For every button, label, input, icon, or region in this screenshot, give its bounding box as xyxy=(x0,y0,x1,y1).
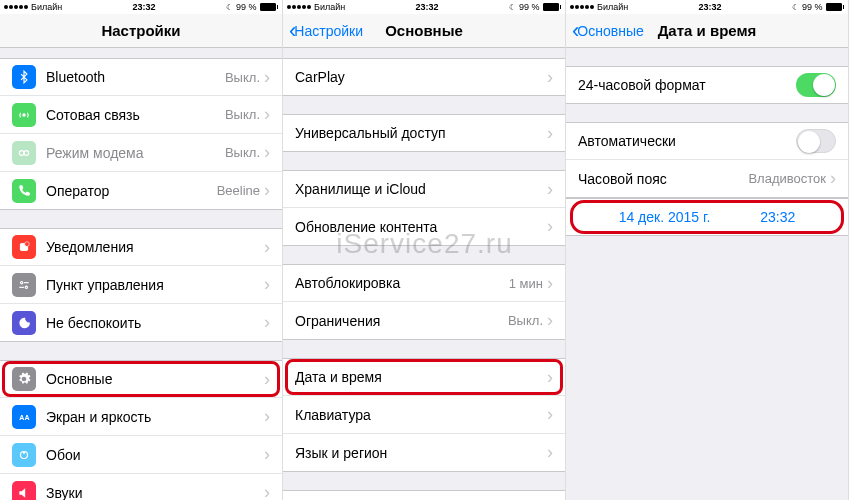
row-restrictions[interactable]: Ограничения Выкл. › xyxy=(283,302,565,340)
row-label: Основные xyxy=(46,371,264,387)
row-language[interactable]: Язык и регион › xyxy=(283,434,565,472)
chevron-right-icon: › xyxy=(547,367,553,388)
row-date-picker[interactable]: 14 дек. 2015 г. 23:32 xyxy=(566,198,848,236)
chevron-right-icon: › xyxy=(264,180,270,201)
selected-time[interactable]: 23:32 xyxy=(760,209,795,225)
phone-icon xyxy=(12,179,36,203)
chevron-right-icon: › xyxy=(264,237,270,258)
row-datetime[interactable]: Дата и время › xyxy=(283,358,565,396)
row-label: Сотовая связь xyxy=(46,107,225,123)
row-label: Режим модема xyxy=(46,145,225,161)
svg-point-4 xyxy=(25,242,30,247)
screen-settings: Билайн 23:32 ☾ 99 % Настройки Bluetooth … xyxy=(0,0,283,500)
carrier-label: Билайн xyxy=(31,2,62,12)
row-sounds[interactable]: Звуки › xyxy=(0,474,282,500)
row-itunes-sync[interactable]: Синхронизация с iTunes по Wi-Fi xyxy=(283,490,565,500)
row-timezone[interactable]: Часовой пояс Владивосток › xyxy=(566,160,848,198)
switch-24h[interactable] xyxy=(796,73,836,97)
chevron-right-icon: › xyxy=(264,104,270,125)
row-label: Уведомления xyxy=(46,239,264,255)
svg-point-7 xyxy=(25,286,27,288)
page-title: Дата и время xyxy=(658,22,757,39)
display-icon: AA xyxy=(12,405,36,429)
signal-icon xyxy=(4,5,28,9)
signal-icon xyxy=(287,5,311,9)
row-wallpaper[interactable]: Обои › xyxy=(0,436,282,474)
row-label: Универсальный доступ xyxy=(295,125,547,141)
row-cellular[interactable]: Сотовая связь Выкл. › xyxy=(0,96,282,134)
chevron-right-icon: › xyxy=(264,142,270,163)
selected-date[interactable]: 14 дек. 2015 г. xyxy=(619,209,711,225)
row-control-center[interactable]: Пункт управления › xyxy=(0,266,282,304)
battery-percent: 99 % xyxy=(519,2,540,12)
row-auto[interactable]: Автоматически xyxy=(566,122,848,160)
dnd-moon-icon: ☾ xyxy=(792,3,799,12)
row-storage[interactable]: Хранилище и iCloud › xyxy=(283,170,565,208)
svg-point-11 xyxy=(23,451,25,453)
status-time: 23:32 xyxy=(699,2,722,12)
status-bar: Билайн 23:32 ☾ 99 % xyxy=(0,0,282,14)
chevron-right-icon: › xyxy=(547,179,553,200)
nav-header: ‹ Основные Дата и время xyxy=(566,14,848,48)
dnd-icon xyxy=(12,311,36,335)
row-hotspot[interactable]: Режим модема Выкл. › xyxy=(0,134,282,172)
row-operator[interactable]: Оператор Beeline › xyxy=(0,172,282,210)
back-label: Настройки xyxy=(294,23,363,39)
settings-list[interactable]: Bluetooth Выкл. › Сотовая связь Выкл. › … xyxy=(0,48,282,500)
switch-auto[interactable] xyxy=(796,129,836,153)
dnd-moon-icon: ☾ xyxy=(226,3,233,12)
signal-icon xyxy=(570,5,594,9)
svg-point-0 xyxy=(22,113,26,117)
row-label: Оператор xyxy=(46,183,217,199)
general-list[interactable]: CarPlay › Универсальный доступ › Хранили… xyxy=(283,48,565,500)
screen-datetime: Билайн 23:32 ☾ 99 % ‹ Основные Дата и вр… xyxy=(566,0,849,500)
chevron-right-icon: › xyxy=(264,482,270,500)
datetime-list[interactable]: 24-часовой формат Автоматически Часовой … xyxy=(566,48,848,500)
back-button[interactable]: ‹ Настройки xyxy=(289,20,363,42)
row-bluetooth[interactable]: Bluetooth Выкл. › xyxy=(0,58,282,96)
row-display[interactable]: AA Экран и яркость › xyxy=(0,398,282,436)
row-label: Пункт управления xyxy=(46,277,264,293)
hotspot-icon xyxy=(12,141,36,165)
chevron-right-icon: › xyxy=(264,274,270,295)
chevron-right-icon: › xyxy=(547,310,553,331)
row-general[interactable]: Основные › xyxy=(0,360,282,398)
row-keyboard[interactable]: Клавиатура › xyxy=(283,396,565,434)
battery-icon xyxy=(543,3,562,11)
row-carplay[interactable]: CarPlay › xyxy=(283,58,565,96)
row-label: Часовой пояс xyxy=(578,171,748,187)
chevron-right-icon: › xyxy=(264,444,270,465)
chevron-right-icon: › xyxy=(264,369,270,390)
row-bgrefresh[interactable]: Обновление контента › xyxy=(283,208,565,246)
carrier-label: Билайн xyxy=(597,2,628,12)
nav-header: Настройки xyxy=(0,14,282,48)
row-24h-format[interactable]: 24-часовой формат xyxy=(566,66,848,104)
row-autolock[interactable]: Автоблокировка 1 мин › xyxy=(283,264,565,302)
row-label: Автоматически xyxy=(578,133,796,149)
battery-percent: 99 % xyxy=(236,2,257,12)
chevron-right-icon: › xyxy=(547,404,553,425)
control-center-icon xyxy=(12,273,36,297)
bluetooth-icon xyxy=(12,65,36,89)
battery-percent: 99 % xyxy=(802,2,823,12)
chevron-right-icon: › xyxy=(547,67,553,88)
svg-point-5 xyxy=(21,281,23,283)
dnd-moon-icon: ☾ xyxy=(509,3,516,12)
chevron-right-icon: › xyxy=(547,442,553,463)
row-label: Ограничения xyxy=(295,313,508,329)
sounds-icon xyxy=(12,481,36,501)
battery-icon xyxy=(260,3,279,11)
row-accessibility[interactable]: Универсальный доступ › xyxy=(283,114,565,152)
cellular-icon xyxy=(12,103,36,127)
row-dnd[interactable]: Не беспокоить › xyxy=(0,304,282,342)
row-value: Выкл. xyxy=(225,145,260,160)
chevron-right-icon: › xyxy=(547,216,553,237)
row-label: Обои xyxy=(46,447,264,463)
chevron-right-icon: › xyxy=(264,406,270,427)
back-button[interactable]: ‹ Основные xyxy=(572,20,644,42)
row-value: 1 мин xyxy=(509,276,543,291)
row-label: Клавиатура xyxy=(295,407,547,423)
row-notifications[interactable]: Уведомления › xyxy=(0,228,282,266)
chevron-right-icon: › xyxy=(264,67,270,88)
chevron-right-icon: › xyxy=(547,123,553,144)
